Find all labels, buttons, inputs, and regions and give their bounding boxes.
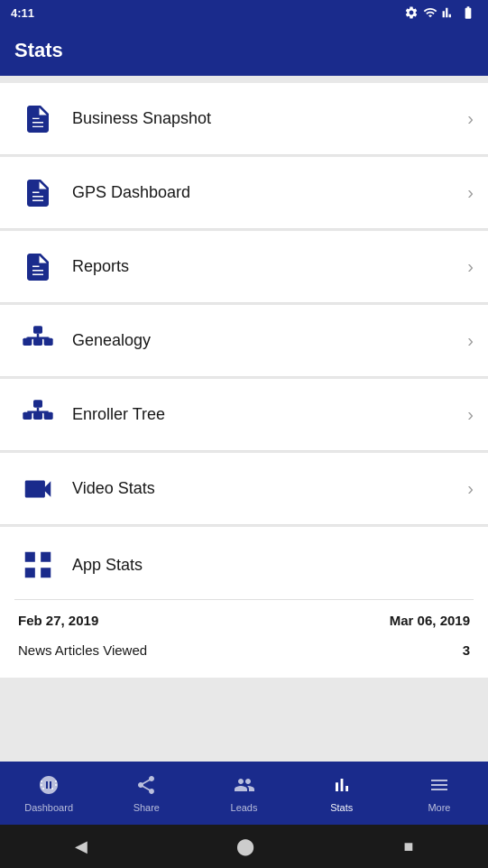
- recents-button[interactable]: ■: [403, 837, 413, 856]
- svg-rect-3: [33, 326, 42, 333]
- main-content: Business Snapshot › GPS Dashboard › Repo…: [0, 76, 488, 762]
- home-button[interactable]: ⬤: [236, 836, 254, 856]
- menu-label-enroller-tree: Enroller Tree: [72, 405, 467, 424]
- more-nav-icon: [428, 774, 450, 799]
- bottom-nav: Dashboard Share Leads Stats: [0, 762, 488, 825]
- menu-label-genealogy: Genealogy: [72, 331, 467, 350]
- nav-item-stats[interactable]: Stats: [293, 762, 391, 825]
- menu-item-business-snapshot[interactable]: Business Snapshot ›: [0, 83, 488, 155]
- chevron-icon-6: ›: [467, 478, 474, 499]
- org-chart-icon-2: [14, 392, 61, 439]
- nav-item-leads[interactable]: Leads: [195, 762, 292, 825]
- svg-rect-11: [33, 400, 42, 407]
- svg-rect-0: [32, 120, 43, 122]
- nav-label-leads: Leads: [231, 802, 258, 813]
- stats-label-news: News Articles Viewed: [18, 642, 147, 658]
- stats-value-news: 3: [463, 642, 470, 658]
- document-icon-3: [14, 244, 61, 291]
- app-stats-dates: Feb 27, 2019 Mar 06, 2019: [14, 600, 474, 637]
- chevron-icon-4: ›: [467, 330, 474, 351]
- share-nav-icon: [135, 774, 157, 799]
- grid-icon: [14, 541, 61, 588]
- document-icon-1: [14, 96, 61, 143]
- chevron-icon-1: ›: [467, 108, 474, 129]
- svg-rect-1: [32, 116, 40, 118]
- document-icon-2: [14, 170, 61, 217]
- battery-icon: [459, 5, 477, 20]
- signal-icon: [442, 5, 455, 20]
- nav-item-dashboard[interactable]: Dashboard: [0, 762, 97, 825]
- status-bar: 4:11: [0, 0, 488, 25]
- nav-label-stats: Stats: [330, 802, 353, 813]
- chevron-icon-3: ›: [467, 256, 474, 277]
- svg-rect-2: [32, 125, 43, 126]
- nav-label-more: More: [428, 802, 450, 813]
- chevron-icon-5: ›: [467, 404, 474, 425]
- menu-item-reports[interactable]: Reports ›: [0, 231, 488, 303]
- stats-row-news-articles: News Articles Viewed 3: [14, 637, 474, 663]
- menu-item-genealogy[interactable]: Genealogy ›: [0, 305, 488, 377]
- menu-item-gps-dashboard[interactable]: GPS Dashboard ›: [0, 157, 488, 229]
- date-to: Mar 06, 2019: [390, 613, 470, 628]
- app-stats-header[interactable]: App Stats: [14, 541, 474, 600]
- system-nav-bar: ◀ ⬤ ■: [0, 825, 488, 868]
- dashboard-nav-icon: [38, 774, 60, 799]
- stats-nav-icon: [331, 774, 353, 799]
- org-chart-icon-1: [14, 318, 61, 365]
- menu-label-gps-dashboard: GPS Dashboard: [72, 183, 467, 202]
- menu-label-reports: Reports: [72, 257, 467, 276]
- nav-label-share: Share: [134, 802, 160, 813]
- menu-label-app-stats: App Stats: [72, 556, 474, 575]
- video-icon: [14, 466, 61, 512]
- wifi-icon: [423, 5, 437, 20]
- nav-item-more[interactable]: More: [391, 762, 488, 825]
- date-from: Feb 27, 2019: [18, 613, 98, 628]
- menu-label-video-stats: Video Stats: [72, 479, 467, 498]
- header: Stats: [0, 25, 488, 76]
- settings-icon: [404, 5, 419, 20]
- chevron-icon-2: ›: [467, 182, 474, 203]
- app-stats-section: App Stats Feb 27, 2019 Mar 06, 2019 News…: [0, 527, 488, 678]
- menu-item-enroller-tree[interactable]: Enroller Tree ›: [0, 379, 488, 451]
- menu-item-video-stats[interactable]: Video Stats ›: [0, 453, 488, 525]
- menu-label-business-snapshot: Business Snapshot: [72, 109, 467, 128]
- nav-item-share[interactable]: Share: [97, 762, 195, 825]
- leads-nav-icon: [234, 774, 255, 799]
- nav-label-dashboard: Dashboard: [24, 802, 73, 813]
- back-button[interactable]: ◀: [75, 836, 87, 856]
- status-time: 4:11: [11, 6, 34, 20]
- status-icons: [404, 5, 477, 20]
- page-title: Stats: [14, 39, 63, 62]
